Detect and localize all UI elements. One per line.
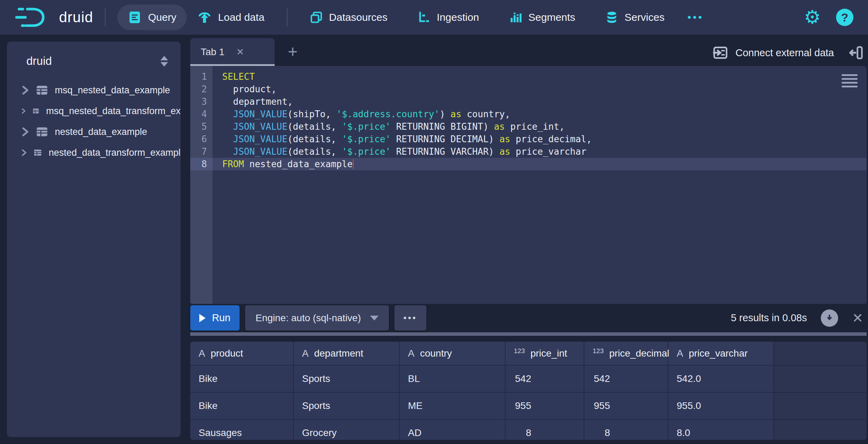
- logo-text: druid: [59, 9, 93, 26]
- connect-external-data-button[interactable]: Connect external data: [712, 46, 834, 59]
- chevron-right-icon[interactable]: [22, 85, 29, 95]
- editor-line[interactable]: 7 JSON_VALUE(details, '$.price' RETURNIN…: [190, 145, 867, 158]
- nav-label-load-data: Load data: [218, 11, 264, 23]
- navbar-more-button[interactable]: •••: [687, 11, 704, 23]
- query-document-icon: [128, 10, 142, 24]
- column-name: department: [314, 348, 364, 359]
- druid-logo[interactable]: druid: [15, 6, 93, 29]
- table-icon: [33, 106, 39, 116]
- filler-cell: [774, 419, 867, 440]
- editor-line[interactable]: 5 JSON_VALUE(details, '$.price' RETURNIN…: [190, 120, 867, 133]
- download-results-icon[interactable]: [821, 309, 838, 327]
- filler-cell: [774, 392, 867, 419]
- column-header-price_int[interactable]: 123price_int: [505, 342, 584, 365]
- results-splitter-handle[interactable]: [190, 332, 867, 336]
- nav-label-services: Services: [625, 11, 665, 23]
- cell-price_varchar[interactable]: 542.0: [668, 365, 774, 392]
- cell-product[interactable]: Bike: [190, 365, 293, 392]
- column-header-price_varchar[interactable]: Aprice_varchar: [668, 342, 774, 365]
- nav-item-segments[interactable]: Segments: [499, 5, 586, 30]
- cell-price_int[interactable]: 542: [505, 365, 584, 392]
- cell-price_varchar[interactable]: 955.0: [668, 392, 774, 419]
- editor-menu-icon[interactable]: [842, 74, 858, 87]
- query-run-bar: Run Engine: auto (sql-native) ••• 5 resu…: [190, 305, 867, 331]
- nav-label-query: Query: [148, 11, 176, 23]
- editor-line[interactable]: 4 JSON_VALUE(shipTo, '$.address.country'…: [190, 108, 867, 120]
- chevron-right-icon[interactable]: [22, 148, 27, 157]
- tab-tab1[interactable]: Tab 1 ✕: [190, 38, 275, 66]
- editor-line[interactable]: 1SELECT: [190, 70, 867, 83]
- schema-sidebar: druid msq_nested_data_examplemsq_nested_…: [7, 42, 181, 437]
- tree-item-datasource[interactable]: msq_nested_data_example: [7, 80, 181, 101]
- line-number: 7: [190, 145, 212, 158]
- cell-price_decimal[interactable]: 955: [584, 392, 668, 419]
- new-tab-button[interactable]: +: [288, 42, 298, 66]
- cell-country[interactable]: ME: [399, 392, 505, 419]
- column-header-department[interactable]: Adepartment: [293, 342, 399, 365]
- engine-select-label: Engine: auto (sql-native): [256, 313, 361, 324]
- tree-item-datasource[interactable]: nested_data_example: [7, 121, 181, 142]
- code-text: FROM nested_data_example: [222, 158, 354, 170]
- line-number: 4: [190, 108, 212, 120]
- editor-line[interactable]: 2 product,: [190, 83, 867, 95]
- code-text: JSON_VALUE(shipTo, '$.address.country') …: [222, 108, 510, 120]
- cell-price_varchar[interactable]: 8.0: [668, 419, 774, 440]
- cell-price_decimal[interactable]: 8: [584, 419, 668, 440]
- cell-price_int[interactable]: 955: [505, 392, 584, 419]
- sql-editor[interactable]: 1SELECT2 product,3 department,4 JSON_VAL…: [190, 66, 867, 304]
- table-icon: [36, 85, 48, 95]
- close-results-icon[interactable]: ✕: [852, 311, 863, 325]
- cell-department[interactable]: Sports: [293, 365, 399, 392]
- cell-country[interactable]: BL: [399, 365, 505, 392]
- editor-code-area[interactable]: 1SELECT2 product,3 department,4 JSON_VAL…: [190, 70, 867, 170]
- tab-close-icon[interactable]: ✕: [236, 46, 244, 58]
- line-number: 8: [190, 158, 212, 170]
- nav-item-query[interactable]: Query: [117, 5, 187, 30]
- sort-icon[interactable]: [160, 56, 168, 67]
- results-table: AproductAdepartmentAcountry123price_int1…: [190, 342, 867, 440]
- cell-country[interactable]: AD: [399, 419, 505, 440]
- chevron-right-icon[interactable]: [22, 106, 26, 116]
- database-icon: [605, 11, 618, 24]
- query-more-button[interactable]: •••: [394, 305, 426, 331]
- bar-chart-icon: [509, 11, 522, 24]
- line-number: 5: [190, 120, 212, 133]
- cell-price_decimal[interactable]: 542: [584, 365, 668, 392]
- nav-label-segments: Segments: [528, 11, 575, 23]
- code-text: department,: [222, 95, 293, 108]
- cell-product[interactable]: Sausages: [190, 419, 293, 440]
- editor-line[interactable]: 8FROM nested_data_example: [190, 158, 867, 170]
- top-navbar: druid Query Load data Datasources: [0, 0, 868, 35]
- editor-line[interactable]: 6 JSON_VALUE(details, '$.price' RETURNIN…: [190, 133, 867, 145]
- string-type-icon: A: [408, 348, 415, 359]
- nav-item-services[interactable]: Services: [595, 5, 675, 30]
- gear-icon[interactable]: ⚙: [804, 8, 821, 27]
- cell-department[interactable]: Grocery: [293, 419, 399, 440]
- tree-item-datasource[interactable]: msq_nested_data_transform_ex: [7, 101, 181, 121]
- data-import-icon: [712, 46, 728, 59]
- column-header-product[interactable]: Aproduct: [190, 342, 293, 365]
- nav-item-datasources[interactable]: Datasources: [299, 5, 398, 30]
- editor-line[interactable]: 3 department,: [190, 95, 867, 108]
- string-type-icon: A: [199, 348, 205, 359]
- help-icon[interactable]: ?: [836, 9, 853, 26]
- navbar-separator: [105, 8, 106, 26]
- cell-product[interactable]: Bike: [190, 392, 293, 419]
- line-number: 1: [190, 70, 212, 83]
- number-type-icon: 123: [593, 347, 604, 355]
- engine-select[interactable]: Engine: auto (sql-native): [245, 305, 389, 331]
- cell-price_int[interactable]: 8: [505, 419, 584, 440]
- collapse-panel-icon[interactable]: [849, 45, 863, 60]
- column-header-country[interactable]: Acountry: [399, 342, 505, 365]
- chevron-down-icon: [370, 316, 378, 321]
- tree-item-datasource[interactable]: nested_data_transform_exampl: [7, 142, 181, 163]
- chevron-right-icon[interactable]: [22, 127, 29, 137]
- nav-item-load-data[interactable]: Load data: [187, 5, 275, 30]
- code-text: SELECT: [222, 70, 255, 83]
- column-header-price_decimal[interactable]: 123price_decimal: [584, 342, 668, 365]
- filler-cell: [774, 365, 867, 392]
- code-text: JSON_VALUE(details, '$.price' RETURNING …: [222, 133, 592, 145]
- nav-item-ingestion[interactable]: Ingestion: [407, 5, 490, 30]
- run-button[interactable]: Run: [190, 305, 240, 331]
- cell-department[interactable]: Sports: [293, 392, 399, 419]
